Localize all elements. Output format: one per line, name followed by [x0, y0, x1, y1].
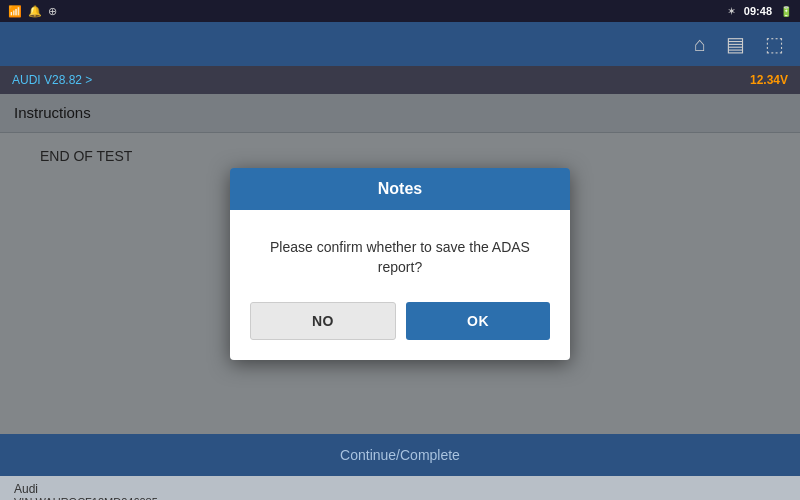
status-bar: 📶 🔔 ⊕ ✶ 09:48 🔋	[0, 0, 800, 22]
modal-message: Please confirm whether to save the ADAS …	[270, 239, 530, 275]
continue-bar[interactable]: Continue/Complete	[0, 434, 800, 476]
modal-body: Please confirm whether to save the ADAS …	[230, 210, 570, 301]
continue-label: Continue/Complete	[340, 447, 460, 463]
home-icon[interactable]: ⌂	[694, 33, 706, 56]
sub-header: AUDI V28.82 > 12.34V	[0, 66, 800, 94]
footer-info: Audi VIN WAURGCF12MD046085	[0, 476, 800, 500]
wifi-icon: 📶	[8, 5, 22, 18]
battery-icon: 🔋	[780, 6, 792, 17]
car-make: Audi	[14, 482, 786, 496]
settings-icon: 🔔	[28, 5, 42, 18]
toolbar: ⌂ ▤ ⬚	[0, 22, 800, 66]
no-button[interactable]: NO	[250, 302, 396, 340]
status-bar-left: 📶 🔔 ⊕	[8, 5, 57, 18]
modal-buttons: NO OK	[230, 302, 570, 360]
voltage-display: 12.34V	[750, 73, 788, 87]
status-bar-right: ✶ 09:48 🔋	[727, 5, 792, 18]
print-icon[interactable]: ▤	[726, 32, 745, 56]
bluetooth-icon: ✶	[727, 5, 736, 18]
modal-header: Notes	[230, 168, 570, 210]
status-time: 09:48	[744, 5, 772, 17]
notes-dialog: Notes Please confirm whether to save the…	[230, 168, 570, 359]
ok-button[interactable]: OK	[406, 302, 550, 340]
modal-title: Notes	[378, 180, 422, 197]
export-icon[interactable]: ⬚	[765, 32, 784, 56]
modal-overlay: Notes Please confirm whether to save the…	[0, 94, 800, 434]
app-version: AUDI V28.82 >	[12, 73, 92, 87]
vin-number: VIN WAURGCF12MD046085	[14, 496, 786, 500]
clock-icon: ⊕	[48, 5, 57, 18]
content-area: Instructions END OF TEST Notes Please co…	[0, 94, 800, 434]
